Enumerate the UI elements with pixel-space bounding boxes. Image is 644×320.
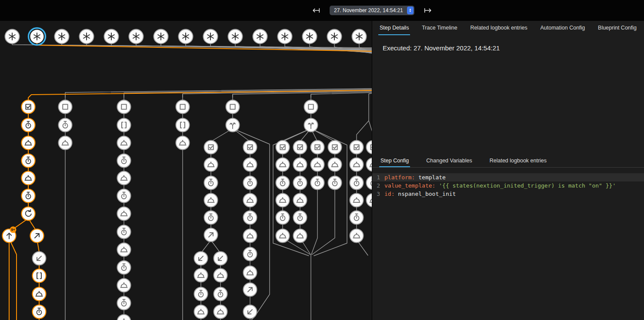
graph-node-condition[interactable]: [276, 141, 290, 154]
graph-node-trigger[interactable]: [228, 30, 243, 44]
previous-run-button[interactable]: [310, 5, 322, 16]
graph-node-timer[interactable]: [22, 189, 35, 203]
graph-node-service[interactable]: [350, 194, 364, 207]
config-tab-related-logbook-entries[interactable]: Related logbook entries: [488, 155, 548, 167]
graph-node-square[interactable]: [226, 100, 240, 114]
graph-node-timer[interactable]: [311, 176, 324, 190]
graph-node-choose[interactable]: [226, 119, 240, 132]
graph-node-repeat[interactable]: [22, 207, 35, 221]
graph-node-service[interactable]: [276, 229, 290, 243]
graph-node-timer[interactable]: [367, 176, 372, 190]
graph-node-trigger[interactable]: [352, 30, 367, 44]
graph-node-service[interactable]: [22, 136, 35, 150]
graph-node-service[interactable]: [204, 194, 218, 207]
graph-node-timer[interactable]: [117, 154, 131, 168]
graph-node-trigger[interactable]: [5, 30, 20, 44]
graph-node-service[interactable]: [244, 266, 257, 280]
graph-node-service[interactable]: [244, 158, 257, 172]
graph-node-condition[interactable]: [328, 141, 342, 154]
graph-node-timer[interactable]: [33, 305, 46, 319]
graph-node-condition[interactable]: [204, 141, 218, 154]
graph-node-service[interactable]: [194, 305, 208, 319]
tab-related-logbook-entries[interactable]: Related logbook entries: [469, 21, 528, 35]
graph-node-timer[interactable]: [22, 154, 35, 168]
graph-node-condition[interactable]: [294, 141, 307, 154]
graph-node-choose[interactable]: [304, 119, 318, 132]
graph-node-square[interactable]: [176, 100, 190, 114]
graph-node-arrow-ur[interactable]: [244, 283, 257, 297]
graph-node-condition[interactable]: [367, 141, 372, 154]
graph-node-timer[interactable]: [276, 176, 290, 190]
graph-node-condition[interactable]: [311, 141, 324, 154]
graph-node-timer[interactable]: [328, 176, 342, 190]
graph-node-trigger[interactable]: [278, 30, 292, 44]
graph-node-service[interactable]: [117, 279, 131, 292]
graph-node-trigger[interactable]: [303, 30, 317, 44]
next-run-button[interactable]: [422, 5, 434, 16]
graph-node-timer[interactable]: [244, 247, 257, 261]
graph-node-timer[interactable]: [350, 211, 364, 224]
graph-node-service[interactable]: [276, 158, 290, 172]
graph-node-trigger[interactable]: [253, 30, 267, 44]
graph-node-arrow-dl[interactable]: [33, 252, 46, 265]
graph-node-timer[interactable]: [117, 297, 131, 310]
graph-node-brackets[interactable]: [33, 269, 46, 283]
graph-node-service[interactable]: [294, 229, 307, 243]
graph-node-timer[interactable]: [244, 211, 257, 224]
tab-trace-timeline[interactable]: Trace Timeline: [420, 21, 459, 35]
graph-node-service[interactable]: [59, 136, 72, 150]
graph-node-arrow-ur[interactable]: [30, 229, 44, 243]
graph-node-service[interactable]: [276, 194, 290, 207]
graph-node-trigger[interactable]: [80, 30, 94, 44]
graph-node-service[interactable]: [194, 269, 208, 282]
graph-node-timer[interactable]: [204, 211, 218, 224]
graph-node-timer[interactable]: [194, 287, 208, 301]
graph-node-service[interactable]: [294, 158, 307, 172]
graph-node-timer[interactable]: [350, 176, 364, 190]
graph-node-timer[interactable]: [117, 261, 131, 274]
graph-node-service[interactable]: [311, 158, 324, 172]
graph-node-arrow-ur[interactable]: [204, 228, 218, 242]
graph-node-service[interactable]: [117, 243, 131, 257]
graph-node-service[interactable]: [176, 136, 190, 150]
config-tab-step-config[interactable]: Step Config: [379, 155, 410, 167]
graph-node-service[interactable]: [294, 194, 307, 207]
graph-node-service[interactable]: [244, 229, 257, 243]
graph-node-brackets[interactable]: [117, 119, 131, 132]
graph-node-square[interactable]: [59, 100, 72, 114]
graph-node-arrow-dl[interactable]: [244, 305, 257, 319]
graph-node-trigger[interactable]: [327, 30, 342, 44]
graph-node-condition[interactable]: [244, 141, 257, 154]
graph-node-trigger[interactable]: [179, 30, 193, 44]
graph-node-timer[interactable]: [204, 176, 218, 190]
graph-node-trigger[interactable]: [129, 30, 143, 44]
graph-node-trigger[interactable]: [104, 30, 119, 44]
graph-node-trigger[interactable]: [29, 28, 46, 45]
graph-node-timer[interactable]: [244, 176, 257, 190]
graph-node-service[interactable]: [214, 269, 227, 282]
tab-step-details[interactable]: Step Details: [378, 21, 410, 35]
run-selector[interactable]: 27. November 2022, 14:54:21 ▲▼: [330, 6, 414, 15]
graph-node-service[interactable]: [117, 207, 131, 221]
graph-node-arrow-dl[interactable]: [214, 252, 227, 265]
graph-node-arrow-dl[interactable]: [194, 252, 208, 265]
graph-node-condition[interactable]: [350, 141, 364, 154]
graph-node-service[interactable]: [33, 287, 46, 301]
config-tab-changed-variables[interactable]: Changed Variables: [425, 155, 473, 167]
graph-node-timer[interactable]: [117, 189, 131, 203]
graph-node-timer[interactable]: [294, 176, 307, 190]
graph-node-service[interactable]: [22, 172, 35, 185]
graph-node-service[interactable]: [367, 158, 372, 172]
graph-node-service[interactable]: [367, 194, 372, 207]
tab-blueprint-config[interactable]: Blueprint Config: [597, 21, 638, 35]
graph-node-square[interactable]: [304, 100, 318, 114]
graph-node-timer[interactable]: [276, 211, 290, 224]
graph-node-service[interactable]: [117, 136, 131, 150]
graph-node-service[interactable]: [204, 158, 218, 172]
graph-node-trigger[interactable]: [55, 30, 69, 44]
graph-node-timer[interactable]: [22, 119, 35, 132]
graph-node-service[interactable]: [350, 158, 364, 172]
graph-node-service[interactable]: [244, 194, 257, 207]
graph-node-service[interactable]: [117, 172, 131, 185]
graph-node-timer[interactable]: [294, 211, 307, 224]
